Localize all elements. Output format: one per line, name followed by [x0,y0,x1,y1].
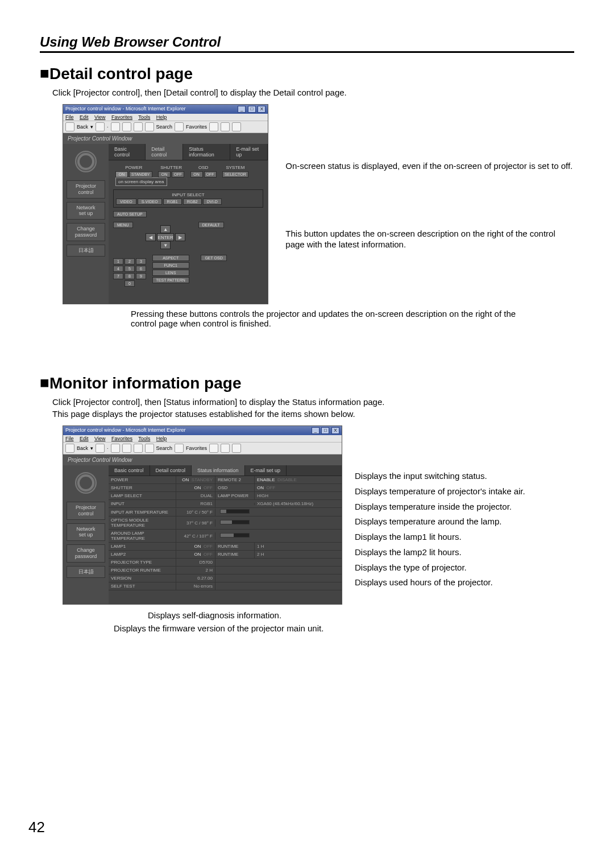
logo-icon [75,472,97,494]
menu-edit[interactable]: Edit [80,114,89,120]
status-value: 0.27.00 [176,574,215,582]
close-icon[interactable]: X [258,106,265,113]
menu-help[interactable]: Help [156,436,167,441]
favorites-icon[interactable] [175,122,184,131]
home-icon[interactable] [134,444,143,453]
num-7-button[interactable]: 7 [113,273,123,279]
menu-edit[interactable]: Edit [80,436,89,441]
menu-favorites[interactable]: Favorites [111,436,132,441]
menu-favorites[interactable]: Favorites [111,114,132,120]
menu-view[interactable]: View [94,114,105,120]
power-label: POWER [115,165,152,170]
tab-status-information[interactable]: Status information [192,465,245,476]
osd-off-button[interactable]: OFF [204,171,217,177]
input-video-button[interactable]: VIDEO [116,199,136,205]
default-button[interactable]: DEFAULT [198,222,224,228]
input-rgb2-button[interactable]: RGB2 [183,199,202,205]
minimize-icon[interactable]: _ [312,427,320,434]
sidebar-item-network-setup[interactable]: Network set up [67,523,105,542]
stop-icon[interactable] [111,444,120,453]
mail-icon[interactable] [221,122,230,131]
menu-help[interactable]: Help [156,114,167,120]
sidebar-item-change-password[interactable]: Change password [67,544,105,563]
input-dvid-button[interactable]: DVI-D [203,199,222,205]
power-standby-button[interactable]: STANDBY [129,171,152,177]
refresh-icon[interactable] [122,444,131,453]
lens-button[interactable]: LENS [152,270,189,276]
num-0-button[interactable]: 0 [125,280,135,287]
shutter-on-button[interactable]: ON [158,171,171,177]
close-icon[interactable]: X [331,427,339,434]
print-icon[interactable] [232,444,241,453]
search-icon[interactable] [145,444,154,453]
tab-detail-control[interactable]: Detail control [150,465,192,476]
tab-email-setup[interactable]: E-mail set up [230,144,268,160]
sidebar-item-projector-control[interactable]: Projector control [67,180,105,199]
menu-button[interactable]: MENU [113,222,133,228]
minimize-icon[interactable]: _ [238,106,246,113]
num-2-button[interactable]: 2 [125,258,135,264]
forward-icon[interactable] [96,122,105,131]
num-1-button[interactable]: 1 [113,258,123,264]
tab-detail-control[interactable]: Detail control [146,144,183,160]
sidebar-item-japanese[interactable]: 日本語 [67,566,105,578]
home-icon[interactable] [134,122,143,131]
input-rgb1-button[interactable]: RGB1 [163,199,182,205]
back-icon[interactable] [65,444,74,453]
print-icon[interactable] [232,122,241,131]
menu-file[interactable]: File [65,436,74,441]
num-5-button[interactable]: 5 [125,266,135,272]
search-icon[interactable] [145,122,154,131]
menu-file[interactable]: File [65,114,74,120]
num-4-button[interactable]: 4 [113,266,123,272]
tab-basic-control[interactable]: Basic control [109,465,150,476]
app-title-bar: Projector Control Window [63,133,268,144]
status-value: D5700 [176,559,215,566]
sidebar-item-network-setup[interactable]: Network set up [67,202,105,220]
aspect-button[interactable]: ASPECT [152,255,189,261]
arrow-up-button[interactable]: ▲ [160,225,171,233]
tab-email-setup[interactable]: E-mail set up [245,465,287,476]
status-bar [215,508,342,516]
auto-setup-button[interactable]: AUTO SETUP [113,211,147,217]
power-on-button[interactable]: ON [115,171,128,177]
forward-icon[interactable] [96,444,105,453]
menu-tools[interactable]: Tools [138,114,150,120]
status-row: AROUND LAMP TEMPERATURE42° C / 107° F [109,530,342,543]
selector-button[interactable]: SELECTOR [222,171,248,177]
sidebar-item-japanese[interactable]: 日本語 [67,245,105,257]
tab-basic-control[interactable]: Basic control [109,144,146,160]
func1-button[interactable]: FUNC1 [152,262,189,268]
status-row: LAMP SELECTDUALLAMP POWERHIGH [109,492,342,500]
favorites-icon[interactable] [175,444,184,453]
maximize-icon[interactable]: □ [248,106,256,113]
test-pattern-button[interactable]: TEST PATTERN [152,277,189,283]
sidebar-item-projector-control[interactable]: Projector control [67,502,105,520]
arrow-down-button[interactable]: ▼ [160,241,171,249]
stop-icon[interactable] [111,122,120,131]
arrow-left-button[interactable]: ◀ [146,233,156,241]
mail-icon[interactable] [221,444,230,453]
shutter-off-button[interactable]: OFF [172,171,184,177]
history-icon[interactable] [209,444,218,453]
num-8-button[interactable]: 8 [125,273,135,279]
osd-on-button[interactable]: ON [190,171,203,177]
history-icon[interactable] [209,122,218,131]
tab-status-information[interactable]: Status information [183,144,230,160]
bullet-icon: ■ [40,374,49,392]
arrow-right-button[interactable]: ▶ [175,233,185,241]
refresh-icon[interactable] [122,122,131,131]
status-value2: 1 H [255,543,342,550]
sidebar-item-change-password[interactable]: Change password [67,223,105,241]
menu-tools[interactable]: Tools [138,436,150,441]
status-label: AROUND LAMP TEMPERATURE [109,530,176,542]
num-9-button[interactable]: 9 [136,273,146,279]
get-osd-button[interactable]: GET OSD [201,255,226,261]
maximize-icon[interactable]: □ [321,427,329,434]
back-icon[interactable] [65,122,74,131]
menu-view[interactable]: View [94,436,105,441]
enter-button[interactable]: ENTER [157,233,174,241]
num-6-button[interactable]: 6 [136,266,146,272]
num-3-button[interactable]: 3 [136,258,146,264]
input-svideo-button[interactable]: S-VIDEO [138,199,162,205]
